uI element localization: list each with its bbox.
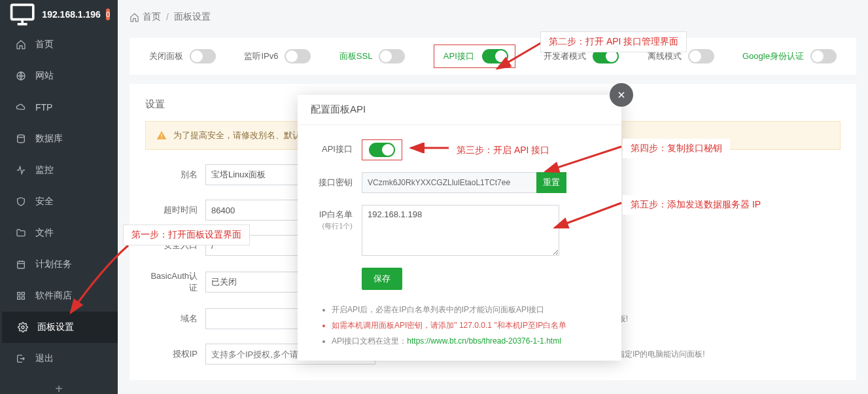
svg-rect-6 (18, 296, 20, 299)
toggle-label: 监听IPv6 (244, 50, 278, 62)
modal-body: API接口 接口密钥 重置 IP白名单(每行1个) 保存 开启API后，必需在I… (298, 125, 621, 361)
field-label: 超时时间 (145, 204, 205, 216)
reset-key-button[interactable]: 重置 (536, 172, 566, 193)
modal-row-key: 接口密钥 重置 (313, 172, 606, 193)
grid-icon (16, 291, 26, 301)
toggle-api-highlighted: API接口 (434, 45, 515, 68)
monitor-icon (8, 0, 37, 29)
sidebar: 192.168.1.196 0 首页 网站 FTP 数据库 监控 安全 文件 计… (0, 0, 118, 394)
globe-icon (16, 71, 26, 81)
sidebar-item-label: 文件 (35, 227, 54, 239)
breadcrumb-separator: / (166, 12, 169, 22)
svg-rect-3 (18, 261, 25, 268)
logout-icon (16, 353, 26, 364)
switch-ipv6[interactable] (285, 49, 311, 63)
api-key-input[interactable] (362, 172, 537, 193)
switch-ssl[interactable] (379, 49, 405, 63)
sidebar-item-label: FTP (35, 102, 52, 113)
annotation-step5: 第五步：添加发送数据服务器 IP (623, 195, 769, 215)
svg-point-2 (18, 135, 25, 137)
field-label: IP白名单(每行1个) (313, 205, 362, 231)
switch-google[interactable] (810, 49, 837, 63)
sidebar-item-monitor[interactable]: 监控 (0, 154, 118, 186)
modal-close-button[interactable] (610, 83, 633, 107)
toggle-label: 关闭面板 (149, 50, 183, 62)
database-icon (16, 134, 26, 144)
toggle-close-panel: 关闭面板 (149, 49, 216, 63)
toggle-label: Google身份认证 (742, 50, 804, 62)
sidebar-item-store[interactable]: 软件商店 (0, 280, 118, 312)
sidebar-item-label: 监控 (35, 164, 54, 176)
note-item: 如需本机调用面板API密钥，请添加" 127.0.0.1 "和本机IP至IP白名… (332, 317, 606, 333)
folder-icon (16, 228, 26, 238)
modal-row-save: 保存 (313, 268, 606, 290)
api-doc-link[interactable]: https://www.bt.cn/bbs/thread-20376-1-1.h… (407, 336, 561, 346)
sidebar-item-files[interactable]: 文件 (0, 217, 118, 249)
sidebar-item-home[interactable]: 首页 (0, 29, 118, 60)
modal-notes: 开启API后，必需在IP白名单列表中的IP才能访问面板API接口 如需本机调用面… (313, 302, 606, 349)
calendar-icon (16, 259, 26, 270)
cloud-icon (16, 102, 26, 113)
sidebar-item-ftp[interactable]: FTP (0, 92, 118, 123)
sidebar-item-logout[interactable]: 退出 (0, 343, 118, 374)
toggle-google: Google身份认证 (742, 49, 837, 63)
sidebar-header: 192.168.1.196 0 (0, 0, 118, 29)
sidebar-item-label: 面板设置 (37, 321, 74, 333)
switch-api[interactable] (482, 49, 508, 63)
sidebar-item-label: 退出 (35, 353, 54, 365)
toggle-row: 关闭面板 监听IPv6 面板SSL API接口 开发者模式 离线模式 Googl… (130, 38, 856, 75)
sidebar-item-label: 软件商店 (35, 290, 72, 302)
field-label: 域名 (145, 313, 205, 325)
note-item: API接口文档在这里：https://www.bt.cn/bbs/thread-… (332, 333, 606, 349)
field-label: BasicAuth认证 (145, 270, 205, 294)
api-config-modal: 配置面板API API接口 接口密钥 重置 IP白名单(每行1个) 保存 开启A… (298, 95, 621, 361)
warning-text: 为了提高安全，请修改别名、默认端 (173, 130, 309, 141)
sidebar-item-label: 数据库 (35, 133, 63, 145)
note-item: 开启API后，必需在IP白名单列表中的IP才能访问面板API接口 (332, 302, 606, 317)
svg-point-8 (22, 326, 24, 329)
save-button[interactable]: 保存 (362, 268, 402, 290)
modal-row-ip: IP白名单(每行1个) (313, 205, 606, 256)
sidebar-item-label: 首页 (35, 39, 54, 50)
toggle-label: 面板SSL (339, 50, 373, 62)
home-icon (130, 12, 139, 22)
ip-whitelist-textarea[interactable] (362, 205, 559, 256)
breadcrumb-home[interactable]: 首页 (143, 11, 161, 23)
sidebar-item-label: 网站 (35, 70, 54, 82)
api-switch-highlighted (362, 139, 402, 160)
svg-rect-4 (18, 293, 20, 295)
annotation-step2: 第二步：打开 API 接口管理界面 (540, 31, 687, 52)
sidebar-add-button[interactable]: + (0, 374, 118, 394)
switch-close-panel[interactable] (190, 49, 216, 63)
breadcrumb: 首页 / 面板设置 (130, 0, 856, 34)
switch-offline[interactable] (688, 49, 714, 63)
breadcrumb-current: 面板设置 (174, 11, 211, 23)
field-label: 授权IP (145, 348, 205, 360)
notification-badge: 0 (106, 9, 110, 20)
annotation-step3: 第三步：开启 API 接口 (449, 141, 557, 160)
annotation-step4: 第四步：复制接口秘钥 (623, 139, 730, 158)
toggle-ssl: 面板SSL (339, 49, 406, 63)
activity-icon (16, 165, 26, 175)
switch-modal-api[interactable] (369, 143, 395, 157)
svg-rect-7 (22, 296, 24, 299)
field-label: 接口密钥 (313, 177, 362, 188)
sidebar-item-label: 安全 (35, 196, 54, 207)
sidebar-item-cron[interactable]: 计划任务 (0, 249, 118, 280)
sidebar-item-website[interactable]: 网站 (0, 60, 118, 92)
sidebar-item-panel-settings[interactable]: 面板设置 (0, 312, 118, 343)
field-label: 别名 (145, 169, 205, 181)
field-label: API接口 (313, 139, 362, 155)
home-icon (16, 39, 26, 50)
annotation-step1: 第一步：打开面板设置界面 (123, 224, 250, 245)
gear-icon (18, 322, 28, 332)
server-ip: 192.168.1.196 (42, 9, 101, 20)
warning-icon (156, 130, 167, 141)
svg-rect-0 (12, 5, 33, 19)
toggle-ipv6: 监听IPv6 (244, 49, 311, 63)
svg-rect-5 (22, 293, 24, 295)
modal-title: 配置面板API (298, 95, 621, 125)
close-icon (616, 90, 627, 100)
sidebar-item-security[interactable]: 安全 (0, 186, 118, 217)
sidebar-item-database[interactable]: 数据库 (0, 123, 118, 154)
